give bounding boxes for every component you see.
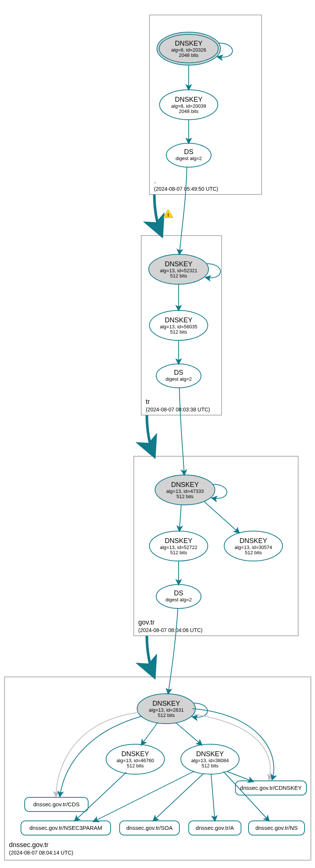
edge-zsk2-soa bbox=[153, 773, 204, 821]
svg-text:DS: DS bbox=[184, 148, 193, 156]
node-tr-ksk: DNSKEY alg=13, id=52321 512 bits bbox=[149, 254, 209, 284]
svg-text:alg=13, id=38084: alg=13, id=38084 bbox=[191, 758, 229, 763]
node-rr-ns: dnssec.gov.tr/NS bbox=[248, 821, 305, 835]
svg-text:alg=8, id=20038: alg=8, id=20038 bbox=[171, 103, 206, 109]
svg-text:512 bits: 512 bits bbox=[170, 273, 187, 279]
svg-text:512 bits: 512 bits bbox=[201, 763, 219, 769]
node-tr-ds: DS digest alg=2 bbox=[156, 364, 201, 388]
node-root-ds: DS digest alg=2 bbox=[166, 143, 211, 167]
svg-text:digest alg=2: digest alg=2 bbox=[176, 156, 202, 161]
svg-text:alg=13, id=47333: alg=13, id=47333 bbox=[166, 488, 204, 494]
edge-delegation-root-tr bbox=[154, 194, 161, 235]
zone-root: . (2024-08-07 05:49:50 UTC) DNSKEY alg=8… bbox=[149, 15, 262, 194]
zone-dnssecgovtr-timestamp: (2024-08-07 08:04:14 UTC) bbox=[9, 850, 73, 856]
node-d-zsk2: DNSKEY alg=13, id=38084 512 bits bbox=[181, 744, 239, 774]
edge-trds-govksk bbox=[179, 388, 184, 475]
zone-tr-label: tr bbox=[146, 398, 150, 405]
svg-text:DNSKEY: DNSKEY bbox=[240, 537, 267, 545]
svg-text:DNSKEY: DNSKEY bbox=[165, 316, 192, 324]
svg-text:512 bits: 512 bits bbox=[170, 329, 187, 335]
node-d-ksk: DNSKEY alg=13, id=2631 512 bits bbox=[137, 694, 195, 724]
zone-tr-timestamp: (2024-08-07 08:03:38 UTC) bbox=[146, 407, 210, 412]
svg-text:DNSKEY: DNSKEY bbox=[175, 96, 203, 103]
node-gov-extra: DNSKEY alg=13, id=30574 512 bits bbox=[224, 531, 282, 561]
edge-zsk1-nsec3 bbox=[75, 772, 126, 821]
edge-gov-ksk-extra bbox=[204, 501, 239, 533]
node-tr-zsk: DNSKEY alg=13, id=56035 512 bits bbox=[149, 310, 208, 340]
svg-text:2048 bits: 2048 bits bbox=[179, 52, 199, 58]
svg-text:512 bits: 512 bits bbox=[127, 763, 144, 769]
zone-govtr-timestamp: (2024-08-07 08:04:06 UTC) bbox=[138, 627, 203, 633]
svg-text:dnssec.gov.tr/CDNSKEY: dnssec.gov.tr/CDNSKEY bbox=[240, 785, 302, 791]
node-gov-ksk: DNSKEY alg=13, id=47333 512 bits bbox=[155, 475, 215, 505]
svg-text:DNSKEY: DNSKEY bbox=[175, 40, 203, 47]
svg-text:dnssec.gov.tr/SOA: dnssec.gov.tr/SOA bbox=[126, 825, 173, 831]
zone-dnssecgovtr-label: dnssec.gov.tr bbox=[9, 841, 49, 849]
svg-text:DS: DS bbox=[174, 589, 183, 597]
edge-delegation-govtr-dnssecgovtr bbox=[147, 636, 154, 676]
node-gov-ds: DS digest alg=2 bbox=[156, 585, 201, 608]
svg-text:512 bits: 512 bits bbox=[245, 550, 262, 555]
svg-text:!: ! bbox=[167, 213, 169, 218]
svg-text:dnssec.gov.tr/NSEC3PARAM: dnssec.gov.tr/NSEC3PARAM bbox=[30, 825, 102, 831]
node-rr-cds: dnssec.gov.tr/CDS bbox=[25, 797, 88, 812]
node-gov-zsk: DNSKEY alg=13, id=52722 512 bits bbox=[149, 531, 208, 561]
svg-text:alg=8, id=20326: alg=8, id=20326 bbox=[171, 47, 206, 53]
edge-delegation-tr-govtr bbox=[147, 415, 154, 456]
svg-text:512 bits: 512 bits bbox=[176, 494, 194, 499]
svg-text:DNSKEY: DNSKEY bbox=[196, 750, 224, 758]
svg-text:alg=13, id=30574: alg=13, id=30574 bbox=[235, 545, 272, 550]
node-d-zsk1: DNSKEY alg=13, id=46760 512 bits bbox=[106, 744, 164, 774]
edge-gov-ksk-zsk bbox=[179, 505, 181, 531]
node-rr-a: dnssec.gov.tr/A bbox=[189, 821, 241, 835]
svg-text:DNSKEY: DNSKEY bbox=[165, 537, 192, 545]
svg-text:2048 bits: 2048 bits bbox=[179, 108, 199, 114]
svg-text:alg=13, id=56035: alg=13, id=56035 bbox=[160, 324, 197, 329]
svg-text:dnssec.gov.tr/NS: dnssec.gov.tr/NS bbox=[255, 825, 297, 831]
zone-dnssecgovtr: dnssec.gov.tr (2024-08-07 08:04:14 UTC) … bbox=[4, 608, 311, 860]
zone-govtr-label: gov.tr bbox=[138, 619, 155, 626]
edge-dksk-zsk2 bbox=[176, 723, 202, 745]
svg-text:512 bits: 512 bits bbox=[158, 712, 175, 718]
edge-zsk2-a bbox=[211, 774, 215, 821]
svg-text:alg=13, id=52722: alg=13, id=52722 bbox=[160, 545, 197, 550]
edge-govds-dksk bbox=[168, 608, 178, 694]
node-root-ksk: DNSKEY alg=8, id=20326 2048 bits bbox=[157, 32, 220, 65]
zone-govtr: gov.tr (2024-08-07 08:04:06 UTC) DNSKEY … bbox=[134, 388, 298, 636]
node-rr-soa: dnssec.gov.tr/SOA bbox=[120, 821, 179, 835]
dnssec-chain-diagram: . (2024-08-07 05:49:50 UTC) DNSKEY alg=8… bbox=[0, 0, 315, 868]
zone-tr: tr (2024-08-07 08:03:38 UTC) DNSKEY alg=… bbox=[141, 167, 222, 415]
svg-text:digest alg=2: digest alg=2 bbox=[166, 376, 192, 382]
svg-text:alg=13, id=52321: alg=13, id=52321 bbox=[160, 268, 197, 273]
svg-text:DNSKEY: DNSKEY bbox=[121, 750, 149, 758]
svg-text:DS: DS bbox=[174, 369, 183, 376]
svg-text:alg=13, id=2631: alg=13, id=2631 bbox=[149, 707, 183, 713]
node-rr-cdnskey: dnssec.gov.tr/CDNSKEY bbox=[235, 781, 306, 795]
svg-text:DNSKEY: DNSKEY bbox=[165, 260, 192, 268]
svg-text:512 bits: 512 bits bbox=[170, 550, 187, 555]
svg-text:digest alg=2: digest alg=2 bbox=[166, 597, 192, 602]
svg-text:dnssec.gov.tr/CDS: dnssec.gov.tr/CDS bbox=[33, 801, 80, 807]
node-root-zsk: DNSKEY alg=8, id=20038 2048 bits bbox=[160, 90, 218, 120]
warning-icon: ! bbox=[163, 209, 173, 218]
edge-rootds-trksk bbox=[179, 167, 187, 254]
zone-root-label: . bbox=[154, 177, 156, 185]
edge-dksk-zsk1 bbox=[141, 723, 158, 745]
svg-text:DNSKEY: DNSKEY bbox=[152, 700, 180, 707]
svg-text:alg=13, id=46760: alg=13, id=46760 bbox=[117, 758, 154, 763]
svg-text:DNSKEY: DNSKEY bbox=[171, 481, 199, 488]
svg-text:dnssec.gov.tr/A: dnssec.gov.tr/A bbox=[196, 825, 234, 831]
node-rr-nsec3param: dnssec.gov.tr/NSEC3PARAM bbox=[21, 821, 111, 835]
